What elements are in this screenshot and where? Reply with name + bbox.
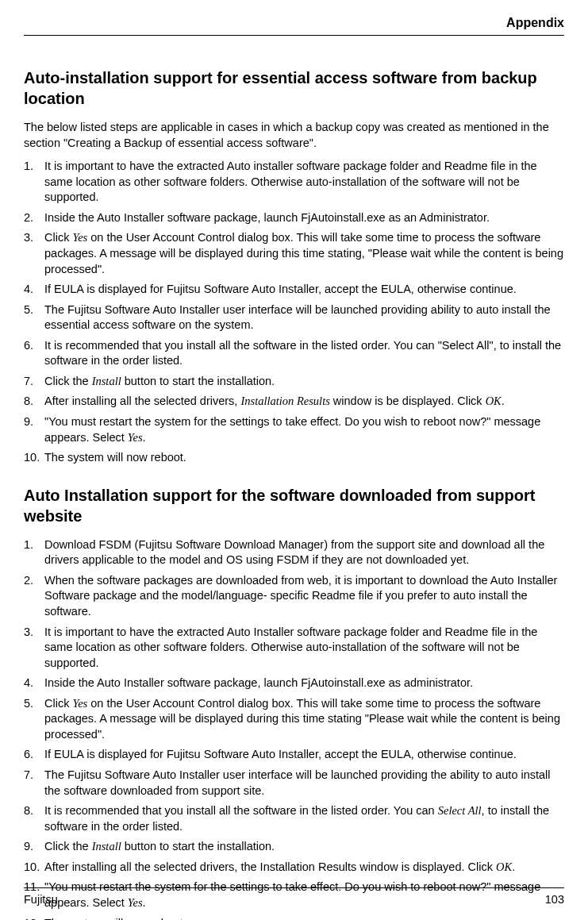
- list-content: Click Yes on the User Account Control di…: [44, 696, 564, 743]
- list-item: 3.It is important to have the extracted …: [24, 625, 564, 672]
- list-number: 1.: [24, 537, 44, 568]
- page-footer: Fujitsu 103: [24, 887, 564, 906]
- list-content: "You must restart the system for the set…: [44, 414, 564, 445]
- list-item: 5.The Fujitsu Software Auto Installer us…: [24, 302, 564, 333]
- list-content: It is recommended that you install all t…: [44, 338, 564, 369]
- list-content: After installing all the selected driver…: [44, 394, 564, 410]
- list-number: 4.: [24, 282, 44, 298]
- list-number: 7.: [24, 374, 44, 390]
- list-content: Click Yes on the User Account Control di…: [44, 230, 564, 277]
- italic-term: Installation Results: [240, 395, 329, 407]
- chapter-label: Appendix: [506, 16, 564, 29]
- list-content: The Fujitsu Software Auto Installer user…: [44, 768, 564, 799]
- list-number: 8.: [24, 803, 44, 834]
- list-content: Inside the Auto Installer software packa…: [44, 676, 564, 691]
- list-content: Inside the Auto Installer software packa…: [44, 210, 564, 226]
- list-number: 6.: [24, 338, 44, 369]
- list-item: 8.It is recommended that you install all…: [24, 803, 564, 834]
- list-number: 5.: [24, 302, 44, 333]
- list-number: 2.: [24, 573, 44, 620]
- footer-page-number: 103: [545, 893, 564, 906]
- italic-term: Yes: [72, 231, 87, 244]
- list-number: 9.: [24, 839, 44, 855]
- italic-term: Select All: [438, 804, 482, 817]
- section1-title: Auto-installation support for essential …: [24, 67, 564, 109]
- list-item: 12.The system will now reboot.: [24, 916, 564, 921]
- list-number: 6.: [24, 747, 44, 763]
- list-content: Click the Install button to start the in…: [44, 839, 564, 855]
- section1-intro: The below listed steps are applicable in…: [24, 120, 564, 151]
- list-number: 3.: [24, 625, 44, 672]
- list-item: 9."You must restart the system for the s…: [24, 414, 564, 445]
- list-item: 9.Click the Install button to start the …: [24, 839, 564, 855]
- italic-term: Yes: [72, 697, 87, 710]
- list-content: When the software packages are downloade…: [44, 573, 564, 620]
- list-content: If EULA is displayed for Fujitsu Softwar…: [44, 747, 564, 763]
- section1-list: 1.It is important to have the extracted …: [24, 159, 564, 466]
- list-item: 6.If EULA is displayed for Fujitsu Softw…: [24, 747, 564, 763]
- list-number: 2.: [24, 210, 44, 226]
- list-item: 2.When the software packages are downloa…: [24, 573, 564, 620]
- list-content: If EULA is displayed for Fujitsu Softwar…: [44, 282, 564, 298]
- list-number: 4.: [24, 676, 44, 691]
- list-item: 6.It is recommended that you install all…: [24, 338, 564, 369]
- list-number: 9.: [24, 414, 44, 445]
- list-content: The Fujitsu Software Auto Installer user…: [44, 302, 564, 333]
- list-item: 2.Inside the Auto Installer software pac…: [24, 210, 564, 226]
- list-content: It is important to have the extracted Au…: [44, 625, 564, 672]
- section2-title: Auto Installation support for the softwa…: [24, 485, 564, 526]
- list-content: After installing all the selected driver…: [44, 860, 564, 876]
- italic-term: OK: [496, 860, 512, 873]
- list-number: 8.: [24, 394, 44, 410]
- list-item: 10.After installing all the selected dri…: [24, 860, 564, 876]
- footer-brand: Fujitsu: [24, 893, 58, 906]
- italic-term: Yes: [128, 431, 143, 444]
- list-item: 10.The system will now reboot.: [24, 450, 564, 466]
- list-content: The system will now reboot.: [44, 450, 564, 466]
- list-number: 7.: [24, 768, 44, 799]
- list-item: 8.After installing all the selected driv…: [24, 394, 564, 410]
- list-item: 3.Click Yes on the User Account Control …: [24, 230, 564, 277]
- list-item: 7.Click the Install button to start the …: [24, 374, 564, 390]
- list-item: 4.If EULA is displayed for Fujitsu Softw…: [24, 282, 564, 298]
- list-content: Click the Install button to start the in…: [44, 374, 564, 390]
- list-item: 4.Inside the Auto Installer software pac…: [24, 676, 564, 691]
- italic-term: Install: [92, 375, 121, 387]
- list-item: 5.Click Yes on the User Account Control …: [24, 696, 564, 743]
- italic-term: OK: [486, 395, 502, 407]
- section2-list: 1.Download FSDM (Fujitsu Software Downlo…: [24, 537, 564, 920]
- page-header: Appendix: [24, 16, 564, 36]
- list-number: 10.: [24, 450, 44, 466]
- list-item: 7.The Fujitsu Software Auto Installer us…: [24, 768, 564, 799]
- list-item: 1.Download FSDM (Fujitsu Software Downlo…: [24, 537, 564, 568]
- list-content: Download FSDM (Fujitsu Software Download…: [44, 537, 564, 568]
- list-number: 3.: [24, 230, 44, 277]
- list-content: It is recommended that you install all t…: [44, 803, 564, 834]
- list-content: It is important to have the extracted Au…: [44, 159, 564, 206]
- list-number: 12.: [24, 916, 44, 921]
- list-item: 1.It is important to have the extracted …: [24, 159, 564, 206]
- list-content: The system will now reboot.: [44, 916, 564, 921]
- list-number: 5.: [24, 696, 44, 743]
- italic-term: Install: [92, 840, 121, 853]
- list-number: 1.: [24, 159, 44, 206]
- list-number: 10.: [24, 860, 44, 876]
